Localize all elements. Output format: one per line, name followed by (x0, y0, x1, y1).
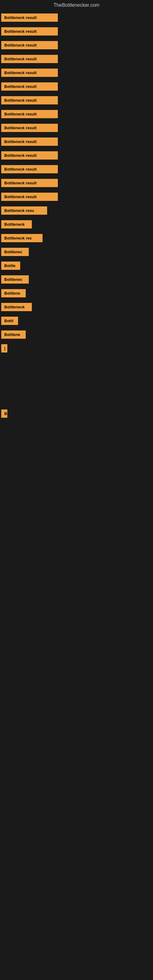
bar-row (0, 473, 153, 485)
bar-row (0, 356, 153, 368)
bottleneck-result-bar: Bottleneck (1, 303, 32, 311)
bar-row: Bottleneck result (0, 150, 153, 162)
bar-row: Bottleneck result (0, 81, 153, 94)
bottleneck-result-bar: Bottleneck resu (1, 207, 47, 215)
bar-row (0, 369, 153, 381)
bottleneck-result-bar: Bottlene (1, 289, 26, 298)
bar-row (0, 460, 153, 472)
bar-row: Bottleneck result (0, 25, 153, 38)
bottleneck-result-bar: Bottleneck result (1, 165, 58, 173)
bottleneck-result-bar: | (1, 344, 7, 353)
bar-row: Bottl (0, 315, 153, 328)
bar-row: Bottleneck result (0, 53, 153, 66)
bar-row: Bottleneck result (0, 163, 153, 177)
bottleneck-result-bar: B (1, 409, 7, 418)
bottleneck-result-bar: Bottlene (1, 331, 26, 339)
bar-row: Bottleneck (0, 218, 153, 232)
bar-row: Bottleneck result (0, 108, 153, 121)
bar-row: Bottleneck result (0, 177, 153, 190)
bar-row: Bottleneck result (0, 39, 153, 52)
bar-row: Bottleneck result (0, 136, 153, 149)
bottleneck-result-bar: Bottleneck result (1, 151, 58, 159)
bottleneck-result-bar: Bottlenec (1, 248, 29, 256)
bottleneck-result-bar: Bottle (1, 261, 20, 270)
bar-row: Bottleneck result (0, 122, 153, 135)
bar-row: | (0, 342, 153, 356)
bottleneck-result-bar: Bottleneck result (1, 192, 58, 201)
bar-row: Bottlenec (0, 274, 153, 286)
bar-row: Bottleneck result (0, 12, 153, 25)
bar-row: Bottleneck res (0, 232, 153, 245)
bar-row: Bottlene (0, 287, 153, 301)
bar-row (0, 382, 153, 394)
bottleneck-result-bar: Bottleneck result (1, 68, 58, 77)
bar-row (0, 395, 153, 407)
site-title: TheBottlenecker.com (0, 0, 153, 12)
bottleneck-result-bar: Bottleneck result (1, 179, 58, 187)
bottleneck-result-bar: Bottl (1, 317, 18, 325)
bar-row: Bottle (0, 260, 153, 273)
bottleneck-result-bar: Bottleneck result (1, 83, 58, 91)
bar-row: Bottleneck result (0, 191, 153, 204)
bar-row: Bottleneck resu (0, 205, 153, 218)
bar-row: Bottleneck result (0, 67, 153, 80)
bar-row: B (0, 407, 153, 421)
bottleneck-result-bar: Bottleneck result (1, 137, 58, 146)
bottleneck-result-bar: Bottleneck result (1, 13, 58, 22)
bar-row: Bottlenec (0, 246, 153, 259)
bottleneck-result-bar: Bottleneck result (1, 96, 58, 105)
bottleneck-result-bar: Bottleneck result (1, 27, 58, 35)
bottleneck-result-bar: Bottleneck result (1, 55, 58, 63)
bar-row (0, 486, 153, 498)
bars-container: Bottleneck resultBottleneck resultBottle… (0, 12, 153, 498)
bottleneck-result-bar: Bottlenec (1, 275, 29, 283)
bottleneck-result-bar: Bottleneck result (1, 124, 58, 132)
bar-row: Bottleneck result (0, 94, 153, 108)
bar-row (0, 434, 153, 447)
bottleneck-result-bar: Bottleneck (1, 220, 32, 229)
bar-row: Bottleneck (0, 301, 153, 314)
bottleneck-result-bar: Bottleneck result (1, 110, 58, 118)
bar-row: Bottlene (0, 329, 153, 342)
bottleneck-result-bar: Bottleneck res (1, 234, 43, 242)
bottleneck-result-bar: Bottleneck result (1, 41, 58, 49)
bar-row (0, 422, 153, 434)
bar-row (0, 447, 153, 460)
